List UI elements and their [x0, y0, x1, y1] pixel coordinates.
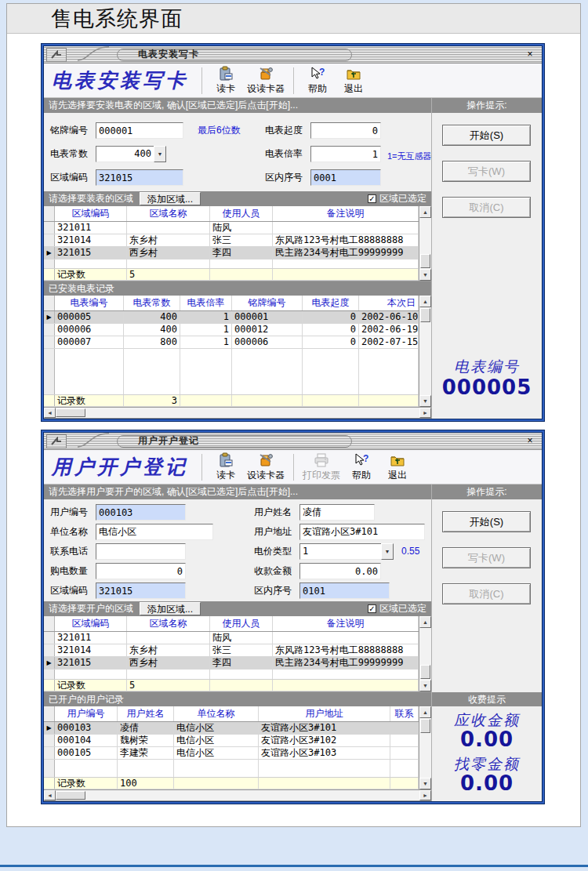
meter-ratio-input[interactable]	[310, 146, 381, 162]
cancel-button[interactable]: 取消(C)	[442, 583, 531, 604]
scroll-thumb[interactable]	[420, 254, 430, 268]
serial-in-area-field	[299, 582, 390, 599]
table-row-selected[interactable]: ▶ 321015 西乡村 李四 民主路234号村电工99999999	[44, 247, 419, 259]
toolbar-button-help[interactable]: ? 帮助	[343, 452, 379, 483]
toolbar-button-print-invoice[interactable]: 打印发票	[299, 452, 343, 483]
price-type-combo[interactable]: 1 ▼	[299, 543, 394, 560]
meter-constant-combo[interactable]: 400 ▼	[96, 146, 166, 162]
toolbar-separator	[201, 67, 202, 94]
toolbar-button-help[interactable]: ? 帮助	[299, 65, 336, 96]
scroll-down-icon[interactable]: ▼	[419, 395, 431, 407]
field-label: 购电数量	[50, 563, 88, 579]
table-row[interactable]: 321014 东乡村 张三 东风路123号村电工88888888	[44, 234, 419, 247]
toolbar-button-set-reader[interactable]: 设读卡器	[244, 452, 288, 483]
start-button[interactable]: 开始(S)	[442, 125, 531, 146]
scroll-right-icon[interactable]: ►	[419, 790, 431, 800]
field-label: 铭牌编号	[50, 122, 88, 139]
toolbar-button-exit[interactable]: 退出	[336, 65, 372, 96]
scroll-thumb[interactable]	[420, 665, 430, 679]
area-selected-checkbox[interactable]: ✓	[368, 194, 376, 203]
table-row-selected[interactable]: ▶ 000103 凌倩 电信小区 友谊路小区3#101	[44, 722, 419, 735]
record-count-row: 记录数 5	[44, 679, 419, 691]
scroll-right-icon[interactable]: ►	[419, 408, 431, 418]
toolbar-button-label: 帮助	[308, 82, 327, 96]
purchase-qty-input[interactable]	[96, 563, 186, 579]
field-label: 电表起度	[265, 122, 303, 139]
user-address-input[interactable]	[299, 524, 425, 540]
ops-title-bar: 操作提示:	[432, 484, 542, 499]
unit-name-input[interactable]	[96, 524, 213, 540]
horizontal-scrollbar[interactable]: ◄ ►	[44, 408, 431, 419]
area-selected-label: 区域已选定	[379, 192, 426, 205]
table-row[interactable]: 000006 400 1 000012 0 2002-06-19	[44, 324, 419, 336]
titlebar-swoosh	[78, 45, 109, 64]
vertical-scrollbar[interactable]: ▲ ▼	[419, 616, 431, 691]
nameplate-input[interactable]	[96, 122, 183, 139]
area-selected-checkbox[interactable]: ✓	[368, 604, 376, 613]
user-name-input[interactable]	[299, 504, 375, 521]
scroll-up-icon[interactable]: ▲	[419, 706, 431, 718]
table-row[interactable]: 321014 东乡村 张三 东风路123号村电工88888888	[44, 644, 419, 657]
toolbar-button-exit[interactable]: 退出	[379, 452, 416, 483]
scroll-thumb[interactable]	[56, 791, 85, 800]
area-section-bar: 请选择要开户的区域 添加区域... ✓ 区域已选定	[44, 601, 431, 616]
scroll-down-icon[interactable]: ▼	[419, 680, 431, 691]
record-count-row: 记录数 5	[44, 268, 419, 281]
vertical-scrollbar[interactable]: ▲ ▼	[419, 296, 431, 407]
scroll-up-icon[interactable]: ▲	[419, 616, 431, 628]
scroll-thumb[interactable]	[420, 719, 430, 733]
toolbar-button-read-card[interactable]: 读卡	[208, 452, 244, 483]
write-card-button[interactable]: 写卡(W)	[442, 161, 531, 182]
write-card-button[interactable]: 写卡(W)	[442, 547, 531, 568]
table-row[interactable]: 321011 陆风	[44, 632, 419, 644]
combo-value: 400	[96, 146, 154, 162]
start-button[interactable]: 开始(S)	[442, 511, 531, 532]
add-area-button[interactable]: 添加区域...	[140, 192, 201, 205]
receivable-value: 0.00	[432, 728, 542, 751]
scroll-up-icon[interactable]: ▲	[419, 206, 431, 218]
scroll-left-icon[interactable]: ◄	[44, 790, 56, 800]
area-selected-label: 区域已选定	[379, 602, 426, 615]
start-reading-input[interactable]	[310, 122, 381, 139]
contact-phone-input[interactable]	[96, 543, 186, 560]
scroll-down-icon[interactable]: ▼	[419, 778, 431, 789]
chevron-down-icon[interactable]: ▼	[381, 543, 394, 560]
horizontal-scrollbar[interactable]: ◄ ►	[44, 790, 431, 801]
close-icon[interactable]: ×	[524, 435, 536, 447]
table-row[interactable]: 000007 800 1 000006 0 2002-07-15	[44, 336, 419, 349]
nameplate-hint: 最后6位数	[198, 122, 241, 139]
titlebar[interactable]: 用户开户登记 ×	[44, 433, 542, 450]
toolbar: 用户开户登记 读卡 设读卡器 打印发票 ? 帮助 退出	[44, 450, 542, 484]
table-filler	[44, 349, 419, 394]
scroll-thumb[interactable]	[420, 308, 430, 322]
cancel-button[interactable]: 取消(C)	[442, 197, 531, 218]
svg-text:?: ?	[363, 453, 368, 464]
serial-in-area-field	[310, 169, 381, 186]
area-section-title: 请选择要开户的区域	[49, 602, 133, 615]
scroll-thumb[interactable]	[56, 408, 85, 417]
clipboard-card-icon	[218, 452, 234, 468]
toolbar-button-label: 读卡	[216, 469, 235, 482]
scroll-up-icon[interactable]: ▲	[419, 296, 431, 307]
titlebar[interactable]: 电表安装写卡 ×	[44, 46, 542, 64]
area-code-field	[96, 169, 183, 186]
toolbar-button-set-reader[interactable]: 设读卡器	[244, 65, 288, 96]
chevron-down-icon[interactable]: ▼	[154, 146, 166, 162]
table-row[interactable]: 000105 李建荣 电信小区 友谊路小区3#103	[44, 747, 419, 760]
toolbar-button-read-card[interactable]: 读卡	[208, 65, 244, 96]
close-icon[interactable]: ×	[524, 49, 536, 60]
table-row[interactable]: 321011 陆风	[44, 222, 419, 234]
table-row[interactable]: 000104 魏树荣 电信小区 友谊路小区3#102	[44, 735, 419, 747]
table-row-selected[interactable]: ▶ 321015 西乡村 李四 民主路234号村电工99999999	[44, 657, 419, 670]
reader-setup-icon	[258, 452, 274, 468]
vertical-scrollbar[interactable]: ▲ ▼	[419, 206, 431, 281]
add-area-button[interactable]: 添加区域...	[140, 602, 201, 615]
scroll-left-icon[interactable]: ◄	[44, 408, 56, 418]
table-row-selected[interactable]: ▶ 000005 400 1 000001 0 2002-06-10	[44, 311, 419, 324]
instruction-text: 请先选择用户要开户的区域, 确认[区域已选定]后点击[开始]...	[49, 485, 298, 499]
field-label: 区域编码	[50, 582, 88, 599]
vertical-scrollbar[interactable]: ▲ ▼	[419, 706, 431, 789]
window-logo-icon	[46, 48, 67, 62]
scroll-down-icon[interactable]: ▼	[419, 269, 431, 281]
amount-received-input[interactable]	[299, 563, 381, 579]
